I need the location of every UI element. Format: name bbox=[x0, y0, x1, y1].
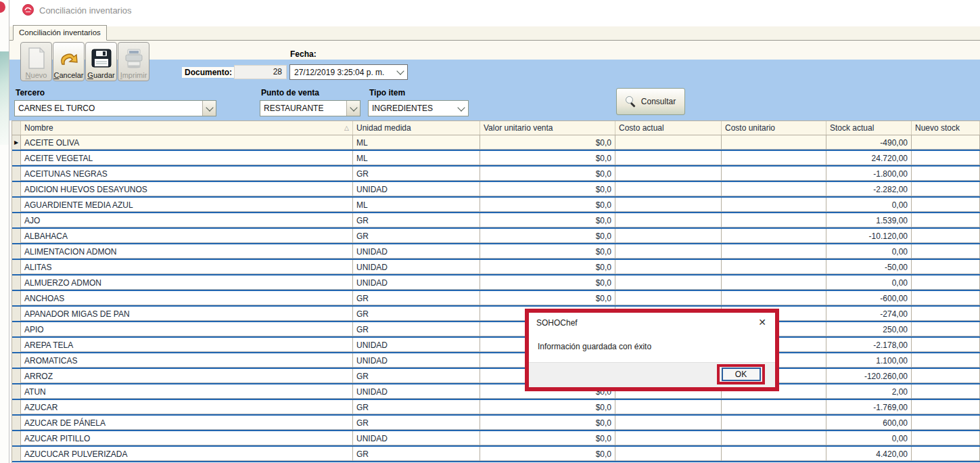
table-row[interactable]: AZUCAR DE PÁNELAGR$0,0600,00 bbox=[12, 416, 980, 431]
table-row[interactable]: ALMUERZO ADMONUNIDAD$0,00,00 bbox=[12, 275, 980, 291]
cell-nuevo-stock[interactable] bbox=[912, 447, 980, 461]
tab-conciliacion-inventarios[interactable]: Conciliación inventarios bbox=[13, 25, 107, 41]
cell-costo-unitario bbox=[722, 260, 826, 274]
cell-stock-actual: -50,00 bbox=[826, 260, 912, 274]
cell-costo-unitario bbox=[722, 198, 826, 212]
table-row[interactable]: APANADOR MIGAS DE PANGR$0,0-274,00 bbox=[12, 307, 980, 322]
cell-stock-actual: 0,00 bbox=[826, 244, 912, 259]
cell-costo-actual bbox=[615, 244, 722, 259]
cell-stock-actual: 4.420,00 bbox=[826, 447, 912, 461]
cell-nuevo-stock[interactable] bbox=[912, 182, 980, 196]
cell-nuevo-stock[interactable] bbox=[912, 353, 980, 368]
column-header-stock-actual[interactable]: Stock actual bbox=[826, 121, 912, 135]
row-indicator-cell bbox=[12, 291, 21, 305]
cell-nuevo-stock[interactable] bbox=[912, 291, 980, 305]
current-row-arrow-icon: ▶ bbox=[14, 140, 18, 146]
grid-body: ▶ACEITE OLIVAML$0,0-490,00ACEITE VEGETAL… bbox=[12, 135, 980, 462]
column-header-unidad-medida[interactable]: Unidad medida bbox=[353, 121, 480, 135]
consultar-button[interactable]: Consultar bbox=[616, 88, 685, 115]
table-row[interactable]: ANCHOASGR$0,0-600,00 bbox=[12, 291, 980, 307]
table-row[interactable]: ALIMENTACION ADMONUNIDAD$0,00,00 bbox=[12, 244, 980, 260]
tercero-value: CARNES EL TURCO bbox=[18, 104, 95, 113]
dialog-title: SOHOChef bbox=[536, 318, 578, 328]
row-indicator-cell bbox=[12, 167, 21, 181]
column-header-nuevo-stock[interactable]: Nuevo stock bbox=[912, 121, 980, 135]
cell-unidad-medida: UNIDAD bbox=[353, 338, 480, 352]
cell-nuevo-stock[interactable] bbox=[912, 167, 980, 181]
table-row[interactable]: AZUCAR PITILLOUNIDAD$0,00,00 bbox=[12, 431, 980, 447]
cell-nuevo-stock[interactable] bbox=[912, 244, 980, 259]
chevron-down-icon bbox=[454, 101, 468, 116]
punto-venta-dropdown[interactable]: RESTAURANTE bbox=[260, 100, 360, 116]
table-row[interactable]: AZUCUCAR PULVERIZADAGR$0,04.420,00 bbox=[12, 447, 980, 462]
row-indicator-cell bbox=[12, 338, 21, 352]
table-row[interactable]: ATUNUNIDAD$0,02,00 bbox=[12, 384, 980, 400]
imprimir-button: Imprimir bbox=[118, 42, 149, 81]
toolbar-button-label: Guardar bbox=[87, 71, 114, 79]
table-row[interactable]: APIOGR$0,0250,00 bbox=[12, 322, 980, 338]
toolbar-strip bbox=[9, 41, 980, 60]
table-row[interactable]: AREPA TELAUNIDAD$0,0-2.178,00 bbox=[12, 338, 980, 353]
cell-costo-unitario bbox=[722, 275, 826, 290]
cell-nuevo-stock[interactable] bbox=[912, 135, 980, 150]
nuevo-button: Nuevo bbox=[20, 42, 52, 81]
titlebar: Conciliación inventarios bbox=[9, 0, 980, 20]
cell-nuevo-stock[interactable] bbox=[912, 260, 980, 274]
cell-nuevo-stock[interactable] bbox=[912, 322, 980, 336]
cell-nuevo-stock[interactable] bbox=[912, 307, 980, 321]
cell-valor-unitario-venta: $0,0 bbox=[480, 260, 615, 274]
fecha-dropdown[interactable]: 27/12/2019 3:25:04 p. m. bbox=[289, 64, 408, 80]
cell-nombre: AREPA TELA bbox=[21, 338, 353, 352]
cell-nuevo-stock[interactable] bbox=[912, 213, 980, 227]
cell-unidad-medida: UNIDAD bbox=[353, 431, 480, 445]
column-header-costo-unitario[interactable]: Costo unitario bbox=[722, 121, 826, 135]
table-row[interactable]: ACEITUNAS NEGRASGR$0,0-1.800,00 bbox=[12, 167, 980, 182]
cell-costo-actual bbox=[615, 447, 722, 461]
sohochef-app-icon bbox=[22, 4, 34, 16]
cell-nuevo-stock[interactable] bbox=[912, 151, 980, 165]
ok-button[interactable]: OK bbox=[722, 368, 761, 381]
cell-nuevo-stock[interactable] bbox=[912, 384, 980, 399]
tipo-item-label: Tipo item bbox=[369, 88, 405, 97]
cell-nuevo-stock[interactable] bbox=[912, 400, 980, 414]
column-header-nombre[interactable]: Nombre △ bbox=[21, 121, 353, 135]
cancelar-button[interactable]: Cancelar bbox=[53, 42, 85, 81]
table-row[interactable]: ARROZGR$0,0-120.260,00 bbox=[12, 369, 980, 384]
documento-field[interactable]: 28 bbox=[234, 65, 287, 79]
table-row[interactable]: AJOGR$0,01.539,00 bbox=[12, 213, 980, 229]
cell-nuevo-stock[interactable] bbox=[912, 369, 980, 383]
cell-stock-actual: 250,00 bbox=[826, 322, 912, 336]
cell-nuevo-stock[interactable] bbox=[912, 198, 980, 212]
cell-nombre: ALMUERZO ADMON bbox=[21, 275, 353, 290]
cell-valor-unitario-venta: $0,0 bbox=[480, 291, 615, 305]
column-header-costo-actual[interactable]: Costo actual bbox=[615, 121, 722, 135]
cell-nombre: ARROZ bbox=[21, 369, 353, 383]
cell-nuevo-stock[interactable] bbox=[912, 275, 980, 290]
save-floppy-icon bbox=[91, 45, 112, 71]
table-row[interactable]: AGUARDIENTE MEDIA AZULML$0,00,00 bbox=[12, 198, 980, 213]
row-indicator-cell bbox=[12, 229, 21, 243]
cell-nuevo-stock[interactable] bbox=[912, 431, 980, 445]
table-row[interactable]: ALBAHACAGR$0,0-10.120,00 bbox=[12, 229, 980, 244]
table-row[interactable]: ALITASUNIDAD$0,0-50,00 bbox=[12, 260, 980, 275]
cell-costo-unitario bbox=[722, 416, 826, 430]
row-indicator-cell bbox=[12, 400, 21, 414]
close-icon[interactable]: ✕ bbox=[754, 315, 770, 330]
table-row[interactable]: AZUCARGR$0,0-1.769,00 bbox=[12, 400, 980, 416]
cell-unidad-medida: GR bbox=[353, 369, 480, 383]
cell-valor-unitario-venta: $0,0 bbox=[480, 275, 615, 290]
tipo-item-dropdown[interactable]: INGREDIENTES bbox=[368, 100, 469, 116]
table-row[interactable]: ACEITE VEGETALML$0,024.720,00 bbox=[12, 151, 980, 167]
table-row[interactable]: ▶ACEITE OLIVAML$0,0-490,00 bbox=[12, 135, 980, 151]
guardar-button[interactable]: Guardar bbox=[85, 42, 117, 81]
table-row[interactable]: AROMATICASUNIDAD$0,01.100,00 bbox=[12, 353, 980, 369]
tercero-dropdown[interactable]: CARNES EL TURCO bbox=[14, 100, 216, 116]
table-row[interactable]: ADICION HUEVOS DESAYUNOSUNIDAD$0,0-2.282… bbox=[12, 182, 980, 198]
cell-nuevo-stock[interactable] bbox=[912, 229, 980, 243]
cell-nuevo-stock[interactable] bbox=[912, 338, 980, 352]
column-header-valor-unitario-venta[interactable]: Valor unitario venta bbox=[480, 121, 615, 135]
cell-costo-actual bbox=[615, 400, 722, 414]
cell-nombre: ALITAS bbox=[21, 260, 353, 274]
cell-nuevo-stock[interactable] bbox=[912, 416, 980, 430]
message-dialog: SOHOChef ✕ Información guardada con éxit… bbox=[525, 309, 779, 391]
